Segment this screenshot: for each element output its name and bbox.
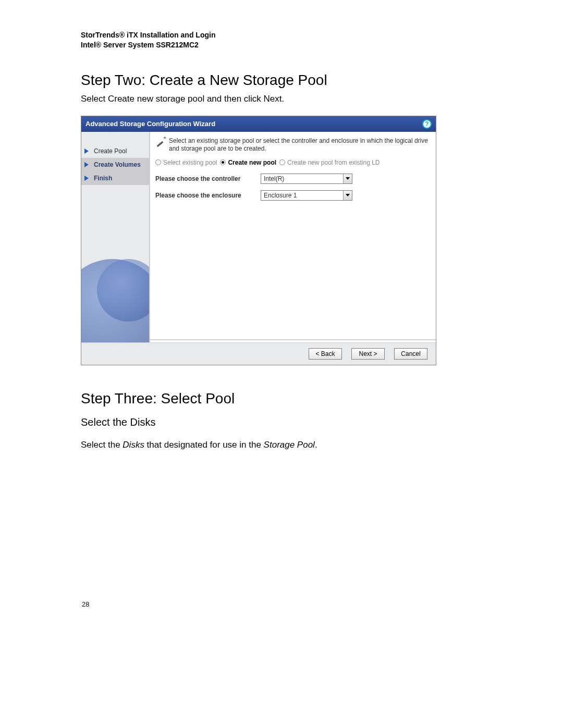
help-icon[interactable]: ? — [422, 119, 432, 129]
sidebar-item-label: Create Volumes — [94, 161, 141, 168]
wizard-window: Advanced Storage Configuration Wizard ? … — [81, 116, 436, 365]
radio-label: Create new pool — [228, 159, 276, 166]
radio-label: Select existing pool — [163, 159, 217, 166]
sidebar-item-create-volumes[interactable]: Create Volumes — [81, 158, 149, 171]
select-disks-subhead: Select the Disks — [81, 416, 482, 428]
sidebar-item-label: Create Pool — [94, 147, 127, 155]
header-line-2: Intel® Server System SSR212MC2 — [81, 40, 482, 50]
step-two-desc: Select Create new storage pool and then … — [81, 94, 482, 104]
sidebar-item-label: Finish — [94, 175, 112, 182]
next-button[interactable]: Next > — [351, 348, 385, 360]
wizard-footer: < Back Next > Cancel — [81, 342, 436, 365]
controller-field-row: Please choose the controller Intel(R) — [155, 174, 431, 184]
arrow-icon — [84, 162, 89, 167]
wizard-content: Select an existing storage pool or selec… — [150, 132, 436, 342]
doc-header: StorTrends® iTX Installation and Login I… — [81, 30, 482, 50]
arrow-icon — [84, 176, 89, 181]
radio-label: Create new pool from existing LD — [287, 159, 380, 166]
header-line-1: StorTrends® iTX Installation and Login — [81, 30, 482, 40]
select-disks-body: Select the Disks that designated for use… — [81, 440, 482, 450]
step-three-title: Step Three: Select Pool — [81, 390, 482, 407]
controller-value: Intel(R) — [264, 175, 284, 182]
wizard-sidebar: Create Pool Create Volumes Finish — [81, 132, 150, 342]
wizard-title: Advanced Storage Configuration Wizard — [85, 120, 215, 128]
controller-dropdown[interactable]: Intel(R) — [261, 174, 352, 184]
enclosure-dropdown[interactable]: Enclosure 1 — [261, 190, 352, 201]
radio-create-new[interactable]: Create new pool — [220, 159, 276, 166]
radio-icon — [279, 159, 285, 165]
arrow-icon — [84, 149, 89, 154]
pool-mode-radio-group: Select existing pool Create new pool Cre… — [155, 159, 431, 166]
wizard-titlebar: Advanced Storage Configuration Wizard ? — [81, 116, 436, 132]
enclosure-field-row: Please choose the enclosure Enclosure 1 — [155, 190, 431, 201]
cancel-button[interactable]: Cancel — [394, 348, 427, 360]
sidebar-item-create-pool[interactable]: Create Pool — [81, 144, 149, 158]
page-number: 28 — [82, 600, 89, 608]
content-divider — [150, 339, 436, 340]
chevron-down-icon — [343, 191, 352, 200]
radio-icon — [155, 159, 161, 165]
wizard-body: Create Pool Create Volumes Finish — [81, 132, 436, 342]
enclosure-label: Please choose the enclosure — [155, 192, 254, 199]
controller-label: Please choose the controller — [155, 175, 254, 182]
hint-row: Select an existing storage pool or selec… — [155, 137, 431, 153]
radio-select-existing[interactable]: Select existing pool — [155, 159, 217, 166]
back-button[interactable]: < Back — [309, 348, 342, 360]
enclosure-value: Enclosure 1 — [264, 192, 297, 199]
wand-icon — [155, 137, 166, 147]
chevron-down-icon — [343, 174, 352, 183]
radio-create-from-ld[interactable]: Create new pool from existing LD — [279, 159, 380, 166]
step-two-title: Step Two: Create a New Storage Pool — [81, 72, 482, 89]
hint-text: Select an existing storage pool or selec… — [169, 137, 431, 153]
radio-icon — [220, 159, 226, 165]
sidebar-item-finish[interactable]: Finish — [81, 171, 149, 185]
